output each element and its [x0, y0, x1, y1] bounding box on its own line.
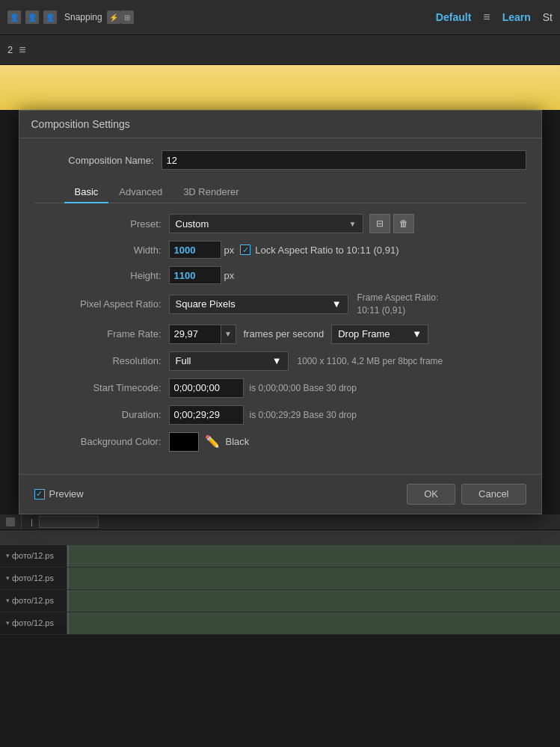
comp-name-input[interactable] [161, 150, 526, 170]
preview-checkbox[interactable]: ✓ [34, 489, 45, 499]
preset-dropdown[interactable]: Custom ▼ [169, 214, 363, 233]
track-label-2: ▾ фото/12.ps [0, 568, 67, 589]
resolution-row: Resolution: Full ▼ 1000 x 1100, 4,2 MB p… [42, 351, 526, 371]
duration-label: Duration: [42, 409, 161, 420]
bg-color-row: Background Color: ✏️ Black [42, 432, 526, 452]
table-row: ▾ фото/12.ps [0, 568, 560, 590]
width-unit: px [224, 245, 235, 256]
track-arrow-3: ▾ [6, 597, 10, 604]
cancel-button[interactable]: Cancel [461, 484, 526, 505]
res-value: Full [176, 355, 191, 366]
width-label: Width: [42, 245, 161, 256]
drop-frame-dropdown[interactable]: Drop Frame ▼ [331, 325, 428, 344]
icon-person3: 👤 [43, 10, 57, 24]
par-dropdown[interactable]: Square Pixels ▼ [169, 295, 348, 314]
table-row: ▾ фото/12.ps [0, 590, 560, 612]
preset-row: Preset: Custom ▼ ⊟ 🗑 [42, 214, 526, 233]
duration-info: is 0;00;29;29 Base 30 drop [250, 410, 357, 420]
second-bar-lines[interactable]: ≡ [19, 43, 25, 57]
frame-rate-row: Frame Rate: ▼ frames per second Drop Fra… [42, 325, 526, 344]
frame-rate-label: Frame Rate: [42, 328, 161, 339]
second-bar: 2 ≡ [0, 35, 560, 65]
bg-color-label: Background Color: [42, 436, 161, 447]
timeline-area: | ▾ фото/12.ps ▾ фото/12.ps ▾ фото/12.ps [0, 514, 560, 627]
height-unit: px [224, 270, 235, 281]
track-name-2: фото/12.ps [12, 574, 54, 582]
far-block: Frame Aspect Ratio: 10:11 (0,91) [357, 292, 439, 317]
start-timecode-label: Start Timecode: [42, 382, 161, 393]
duration-input[interactable] [169, 405, 244, 425]
tabs-row: Basic Advanced 3D Renderer [34, 182, 526, 203]
dialog-bottom: ✓ Preview OK Cancel [19, 474, 541, 514]
width-input[interactable] [169, 241, 221, 259]
tab-basic[interactable]: Basic [64, 182, 109, 203]
icon-person2: 👤 [25, 10, 39, 24]
track-label-4: ▾ фото/12.ps [0, 612, 67, 634]
track-name-4: фото/12.ps [12, 618, 54, 627]
track-label-3: ▾ фото/12.ps [0, 590, 67, 612]
comp-name-row: Composition Name: [34, 150, 526, 170]
preset-label: Preset: [42, 218, 161, 230]
drop-arrow: ▼ [412, 328, 422, 339]
lock-aspect-checkbox[interactable]: ✓ [240, 245, 250, 255]
lock-aspect-row: ✓ Lock Aspect Ratio to 10:11 (0,91) [240, 245, 399, 256]
pixel-aspect-row: Pixel Aspect Ratio: Square Pixels ▼ Fram… [42, 292, 526, 317]
learn-label[interactable]: Learn [502, 11, 531, 23]
snap-icon1: ⚡ [107, 10, 120, 24]
preview-label: Preview [49, 488, 84, 499]
ok-button[interactable]: OK [407, 484, 455, 505]
height-label: Height: [42, 270, 161, 281]
track-content-4 [67, 612, 560, 634]
tl-icon1 [6, 517, 15, 526]
par-value: Square Pixels [176, 298, 236, 310]
track-arrow-4: ▾ [6, 619, 10, 627]
resolution-label: Resolution: [42, 355, 161, 366]
frame-aspect-value: 10:11 (0,91) [357, 305, 406, 316]
track-label-1: ▾ фото/12.ps [0, 545, 67, 567]
comp-name-label: Composition Name: [34, 155, 154, 166]
width-row: Width: px ✓ Lock Aspect Ratio to 10:11 (… [42, 241, 526, 259]
preset-save-btn[interactable]: ⊟ [369, 214, 390, 233]
pixel-aspect-label: Pixel Aspect Ratio: [42, 298, 161, 310]
st-label: St [543, 11, 553, 23]
drop-frame-value: Drop Frame [338, 328, 390, 339]
eyedropper-icon[interactable]: ✏️ [205, 434, 220, 449]
frame-rate-arrow[interactable]: ▼ [221, 325, 236, 344]
track-name-1: фото/12.ps [12, 551, 54, 560]
form-section: Preset: Custom ▼ ⊟ 🗑 Width: px ✓ [34, 214, 526, 452]
start-timecode-input[interactable] [169, 378, 244, 398]
timecode-display: | [31, 517, 33, 526]
fps-label: frames per second [244, 328, 324, 339]
yellow-strip [0, 65, 560, 110]
menu-icon[interactable]: ≡ [483, 10, 490, 24]
timeline-ruler [0, 530, 560, 545]
icon-person1: 👤 [7, 10, 21, 24]
height-row: Height: px [42, 266, 526, 284]
tl-timecode-bar [39, 516, 99, 528]
start-timecode-row: Start Timecode: is 0;00;00;00 Base 30 dr… [42, 378, 526, 398]
track-name-3: фото/12.ps [12, 596, 54, 605]
bg-color-swatch[interactable] [169, 432, 199, 452]
preset-delete-btn[interactable]: 🗑 [393, 214, 414, 233]
tab-advanced[interactable]: Advanced [108, 182, 173, 203]
snapping-label: Snapping [64, 12, 102, 22]
start-timecode-info: is 0;00;00;00 Base 30 drop [250, 383, 357, 393]
track-content-3 [67, 590, 560, 612]
timeline-top-bar: | [0, 514, 560, 530]
tab-3d-renderer[interactable]: 3D Renderer [173, 182, 249, 203]
res-arrow: ▼ [272, 355, 282, 366]
bg-color-name: Black [226, 436, 250, 447]
preview-check: ✓ [36, 489, 43, 499]
track-content-2 [67, 568, 560, 589]
duration-row: Duration: is 0;00;29;29 Base 30 drop [42, 405, 526, 425]
table-row: ▾ фото/12.ps [0, 612, 560, 635]
default-label[interactable]: Default [436, 11, 471, 23]
height-input[interactable] [169, 266, 221, 284]
dialog-content: Composition Name: Basic Advanced 3D Rend… [19, 138, 541, 474]
frame-rate-input[interactable] [169, 325, 221, 344]
frame-aspect-label: Frame Aspect Ratio: [357, 292, 439, 303]
dialog-title: Composition Settings [19, 111, 541, 138]
res-dropdown[interactable]: Full ▼ [169, 351, 289, 371]
timeline-tracks: ▾ фото/12.ps ▾ фото/12.ps ▾ фото/12.ps ▾… [0, 545, 560, 635]
lock-aspect-label: Lock Aspect Ratio to 10:11 (0,91) [255, 245, 399, 256]
